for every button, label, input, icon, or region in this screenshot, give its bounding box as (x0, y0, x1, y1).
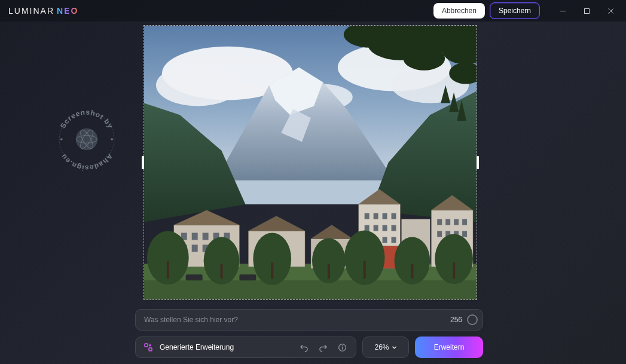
svg-point-8 (60, 138, 63, 140)
titlebar: LUMINAR NEO Abbrechen Speichern (0, 0, 626, 22)
svg-rect-85 (145, 344, 148, 347)
redo-icon (319, 343, 328, 352)
close-icon (607, 8, 614, 14)
svg-rect-52 (437, 219, 442, 225)
svg-rect-43 (392, 213, 396, 219)
maximize-icon (584, 8, 590, 14)
svg-point-9 (111, 138, 113, 140)
svg-rect-45 (374, 225, 378, 231)
info-icon (338, 343, 347, 352)
prompt-input[interactable] (144, 316, 450, 324)
zoom-value: 26% (374, 343, 389, 351)
svg-marker-21 (248, 216, 305, 231)
watermark-badge: Screenshot by Ahadesign.eu (54, 106, 120, 172)
svg-rect-89 (341, 347, 342, 349)
brand-luminar: LUMINAR (8, 6, 54, 16)
zoom-dropdown[interactable]: 26% (362, 337, 409, 358)
cancel-button[interactable]: Abbrechen (433, 3, 485, 19)
expand-button[interactable]: Erweitern (415, 337, 483, 358)
char-limit-indicator (467, 314, 478, 325)
maximize-button[interactable] (575, 2, 598, 20)
window-controls (551, 2, 622, 20)
undo-button[interactable] (297, 341, 310, 354)
svg-rect-47 (392, 225, 396, 231)
chevron-down-icon (392, 345, 397, 350)
svg-point-4 (76, 129, 98, 151)
crop-handle-right[interactable] (477, 156, 479, 169)
svg-rect-56 (437, 231, 442, 237)
svg-marker-28 (311, 225, 353, 239)
svg-rect-50 (383, 237, 387, 243)
minimize-icon (560, 8, 566, 14)
minimize-button[interactable] (551, 2, 575, 20)
svg-rect-83 (186, 274, 203, 280)
crop-handle-left[interactable] (142, 156, 144, 169)
svg-rect-54 (454, 219, 459, 225)
char-limit-label: 256 (450, 316, 462, 324)
image-preview (143, 25, 477, 300)
svg-rect-41 (374, 213, 378, 219)
redo-button[interactable] (316, 341, 329, 354)
svg-point-88 (341, 345, 343, 346)
app-logo: LUMINAR NEO (8, 6, 78, 16)
brand-neo: NEO (57, 6, 78, 16)
svg-rect-32 (203, 233, 209, 240)
svg-rect-44 (365, 225, 370, 231)
canvas-area[interactable] (143, 25, 477, 300)
generated-extension-label: Generierte Erweiterung (160, 343, 291, 351)
generated-extension-pill: Generierte Erweiterung (135, 337, 356, 358)
svg-rect-51 (392, 237, 396, 243)
svg-point-12 (156, 65, 239, 106)
controls-row: Generierte Erweiterung 26% Erweitern (135, 337, 483, 358)
undo-icon (300, 343, 309, 352)
svg-rect-59 (462, 231, 467, 237)
generate-icon (143, 342, 154, 353)
svg-rect-55 (462, 219, 467, 225)
bottom-panel: 256 Generierte Erweiterung 26% Erweitern (135, 309, 483, 358)
svg-rect-40 (365, 213, 370, 219)
prompt-row: 256 (135, 309, 483, 331)
info-button[interactable] (335, 341, 349, 354)
svg-rect-84 (239, 274, 256, 280)
close-button[interactable] (598, 2, 622, 20)
save-button[interactable]: Speichern (490, 2, 540, 19)
svg-text:Screenshot by: Screenshot by (59, 108, 115, 130)
svg-point-81 (403, 47, 445, 71)
titlebar-actions: Abbrechen Speichern (433, 2, 622, 20)
svg-text:Ahadesign.eu: Ahadesign.eu (59, 152, 115, 172)
svg-rect-46 (383, 225, 387, 231)
svg-rect-36 (192, 244, 198, 252)
svg-rect-53 (445, 219, 450, 225)
svg-rect-42 (383, 213, 387, 219)
svg-rect-86 (149, 348, 152, 351)
svg-rect-0 (584, 8, 589, 13)
svg-rect-31 (192, 233, 198, 240)
